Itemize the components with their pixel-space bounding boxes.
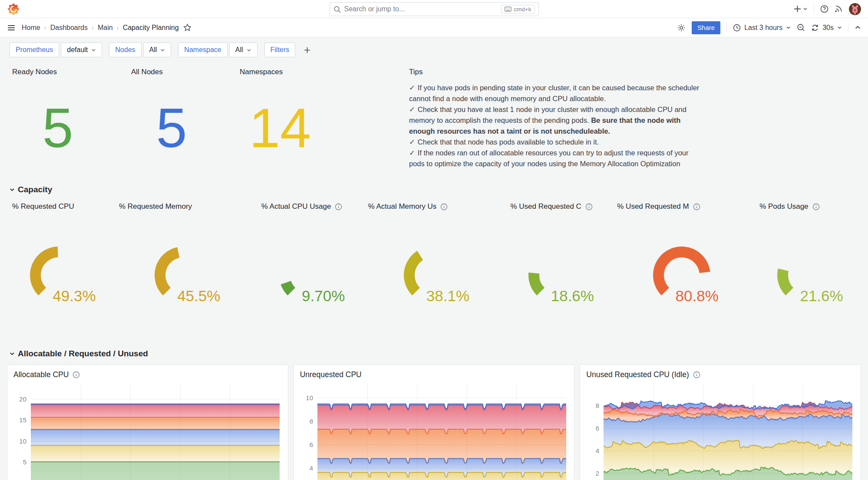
breadcrumb: Home › Dashboards › Main › Capacity Plan… [22, 24, 179, 32]
time-range-label: Last 3 hours [744, 24, 782, 32]
panel-title[interactable]: Allocatable CPU [12, 369, 284, 384]
gauge: 21.6% [759, 211, 856, 318]
chevron-down-icon [247, 48, 251, 53]
adhoc-filters-label[interactable]: Filters [264, 43, 296, 57]
panel-ready-nodes: Ready Nodes 5 [7, 64, 126, 178]
time-series-chart[interactable] [298, 384, 570, 480]
check-icon: ✓ [409, 138, 415, 146]
info-icon[interactable] [440, 203, 448, 210]
refresh-interval-label: 30s [822, 24, 834, 32]
breadcrumb-main[interactable]: Main [98, 24, 113, 32]
variables-row: Prometheus default Nodes All Namespace A… [10, 43, 861, 57]
section-header-capacity[interactable]: Capacity [10, 185, 861, 194]
info-icon[interactable] [693, 203, 700, 210]
clock-icon [733, 24, 741, 32]
refresh-picker[interactable]: 30s [811, 24, 842, 32]
gauges-row: % Requested CPU 49.3% % Requested Memory… [7, 199, 861, 321]
panel-unused-requested-cpu: Unused Requested CPU (Idle) [580, 365, 861, 480]
tips-text: ✓If you have pods in pending state in yo… [409, 82, 703, 169]
grafana-logo[interactable] [7, 3, 20, 16]
collapse-toolbar-caret-icon[interactable] [855, 24, 861, 31]
panel-title[interactable]: % Used Requested C [510, 202, 607, 211]
panel-used-requested-memory-gauge: % Used Requested M 80.8% [612, 199, 754, 321]
tip-item: ✓Check that that node has pods available… [409, 137, 703, 148]
gauge: 80.8% [617, 211, 749, 318]
time-series-chart[interactable] [584, 384, 856, 480]
panel-title[interactable]: Unused Requested CPU (Idle) [584, 369, 856, 384]
info-icon[interactable] [693, 371, 700, 378]
gauge: 38.1% [368, 211, 500, 318]
search-placeholder: Search or jump to... [344, 5, 502, 13]
favorite-star-icon[interactable] [183, 23, 191, 32]
namespace-variable-dropdown[interactable]: All [229, 43, 257, 57]
panel-allocatable-cpu: Allocatable CPU [7, 365, 288, 480]
info-icon[interactable] [812, 203, 820, 210]
time-series-chart[interactable] [12, 384, 283, 480]
gauge-arc [25, 240, 92, 313]
panel-title[interactable]: % Actual Memory Us [368, 202, 500, 211]
panel-actual-cpu-usage-gauge: % Actual CPU Usage 9.70% [256, 199, 363, 321]
chevron-down-icon [837, 25, 842, 30]
info-icon[interactable] [73, 371, 80, 378]
panel-title[interactable]: % Pods Usage [759, 202, 856, 211]
breadcrumb-dashboards[interactable]: Dashboards [50, 24, 88, 32]
datasource-variable-label[interactable]: Prometheus [10, 43, 59, 57]
gauge-arc [772, 240, 840, 313]
add-new-button[interactable] [794, 5, 808, 13]
keyboard-shortcut-badge: cmd+k [501, 5, 535, 14]
hamburger-menu-icon[interactable] [7, 23, 16, 32]
gauge: 18.6% [510, 211, 607, 318]
panel-used-requested-cpu-gauge: % Used Requested C 18.6% [505, 199, 612, 321]
nodes-variable-label[interactable]: Nodes [109, 43, 141, 57]
tip-item: ✓If the nodes ran out of allocatable res… [409, 148, 703, 169]
namespace-variable-label[interactable]: Namespace [178, 43, 227, 57]
breadcrumb-separator: › [117, 24, 119, 31]
share-button[interactable]: Share [692, 21, 720, 34]
panel-title[interactable]: % Actual CPU Usage [261, 202, 358, 211]
breadcrumb-current-page: Capacity Planning [123, 24, 179, 32]
panel-title[interactable]: % Requested Memory [119, 202, 251, 211]
panel-title[interactable]: Tips [409, 68, 703, 76]
time-range-picker[interactable]: Last 3 hours [733, 24, 791, 32]
help-icon[interactable] [820, 5, 828, 13]
panel-title[interactable]: Unrequested CPU [298, 369, 570, 384]
info-icon[interactable] [335, 203, 342, 210]
news-icon[interactable] [835, 5, 843, 13]
gauge-arc [648, 240, 716, 313]
chevron-down-icon [10, 351, 15, 356]
gauge-arc [399, 240, 466, 313]
gauge-arc [523, 240, 591, 313]
divider [814, 4, 814, 14]
divider [848, 23, 848, 33]
stat-value: 5 [7, 77, 109, 178]
user-avatar[interactable] [849, 3, 861, 15]
nodes-variable-dropdown[interactable]: All [143, 43, 172, 57]
search-icon [333, 6, 341, 13]
stat-value: 5 [126, 77, 217, 178]
section-header-allocatable[interactable]: Allocatable / Requested / Unused [10, 349, 861, 358]
chevron-down-icon [160, 48, 165, 53]
zoom-out-icon[interactable] [797, 23, 805, 32]
panel-title[interactable]: Ready Nodes [12, 68, 121, 76]
panel-title[interactable]: % Requested CPU [12, 202, 109, 211]
check-icon: ✓ [409, 84, 415, 92]
check-icon: ✓ [409, 149, 415, 157]
add-filter-button[interactable] [302, 45, 312, 55]
datasource-variable-dropdown[interactable]: default [61, 43, 102, 57]
gauge: 49.3% [12, 211, 109, 318]
panel-requested-memory-gauge: % Requested Memory 45.5% [114, 199, 256, 321]
chevron-down-icon [91, 48, 96, 53]
shortcut-label: cmd+k [514, 6, 531, 13]
panel-title[interactable]: % Used Requested M [617, 202, 749, 211]
panel-title[interactable]: Namespaces [240, 68, 338, 76]
tip-item: ✓If you have pods in pending state in yo… [409, 82, 703, 104]
info-icon[interactable] [585, 203, 593, 210]
keyboard-icon [505, 7, 512, 12]
panel-namespaces: Namespaces 14 [234, 64, 343, 178]
gauge-arc [149, 240, 217, 313]
breadcrumb-separator: › [44, 24, 46, 31]
breadcrumb-home[interactable]: Home [22, 24, 40, 32]
search-input[interactable]: Search or jump to... cmd+k [330, 2, 539, 16]
panel-title[interactable]: All Nodes [131, 68, 229, 76]
dashboard-settings-gear-icon[interactable] [677, 23, 686, 32]
